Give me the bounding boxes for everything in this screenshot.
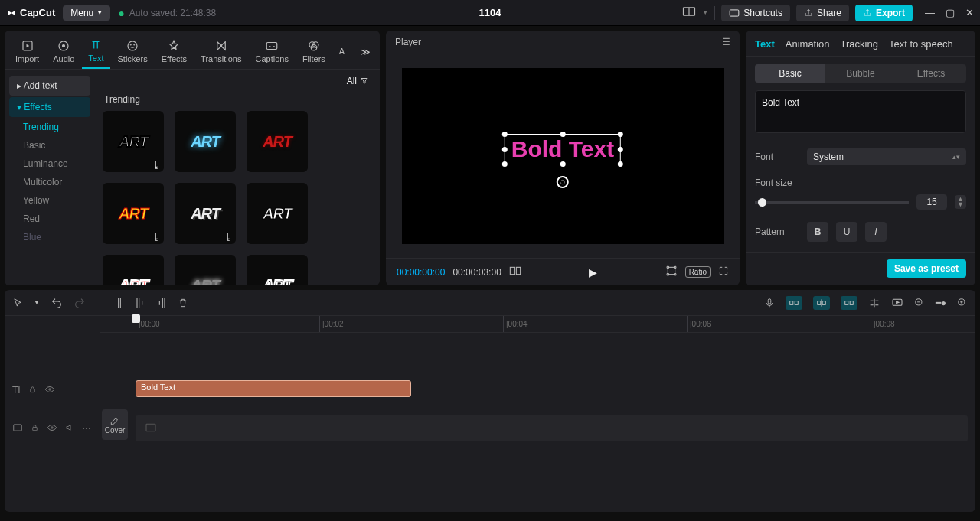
- layout-icon[interactable]: [682, 6, 696, 19]
- magnet-3-button[interactable]: [841, 296, 858, 310]
- resize-handle[interactable]: [502, 132, 508, 137]
- sidebar-yellow[interactable]: Yellow: [9, 192, 90, 209]
- ratio-button[interactable]: Ratio: [685, 266, 710, 278]
- subtab-basic[interactable]: Basic: [755, 64, 825, 83]
- resize-handle[interactable]: [618, 161, 623, 167]
- font-select[interactable]: System ▴▾: [807, 148, 966, 165]
- tab-import[interactable]: Import: [9, 36, 45, 68]
- magnet-2-button[interactable]: [813, 296, 830, 310]
- export-button[interactable]: Export: [855, 5, 913, 21]
- lock-icon[interactable]: [28, 385, 37, 396]
- fullscreen-icon[interactable]: [718, 265, 729, 278]
- zoom-out-button[interactable]: [914, 298, 925, 308]
- crop-icon[interactable]: [665, 265, 678, 279]
- zoom-in-button[interactable]: [957, 298, 968, 308]
- bold-button[interactable]: B: [807, 222, 828, 242]
- tab-stickers[interactable]: Stickers: [112, 36, 154, 68]
- minimize-button[interactable]: —: [925, 7, 935, 18]
- close-button[interactable]: ✕: [965, 7, 974, 18]
- underline-button[interactable]: U: [836, 222, 858, 242]
- align-button[interactable]: [868, 298, 880, 308]
- preset-thumb[interactable]: ART: [175, 255, 236, 285]
- preset-thumb[interactable]: ART: [247, 111, 308, 172]
- share-button[interactable]: Share: [796, 5, 849, 21]
- italic-button[interactable]: I: [865, 222, 887, 242]
- sidebar-red[interactable]: Red: [9, 210, 90, 227]
- check-icon: ●: [118, 7, 124, 19]
- tool-dropdown[interactable]: ▼: [34, 299, 40, 306]
- filter-all-button[interactable]: All: [347, 76, 369, 86]
- split-left-button[interactable]: [135, 297, 145, 309]
- visibility-icon[interactable]: [44, 385, 55, 396]
- play-button[interactable]: ▶: [589, 266, 597, 278]
- timeline-ruler[interactable]: |00:00 |00:02 |00:04 |00:06 |00:08: [100, 316, 975, 333]
- sidebar-trending[interactable]: Trending: [9, 119, 90, 135]
- undo-button[interactable]: [51, 297, 63, 309]
- sidebar-luminance[interactable]: Luminance: [9, 155, 90, 172]
- preset-thumb[interactable]: ART⭳: [103, 183, 164, 244]
- sidebar-effects[interactable]: ▾ Effects: [9, 97, 90, 117]
- delete-button[interactable]: [178, 297, 188, 309]
- split-button[interactable]: [115, 297, 124, 309]
- split-right-button[interactable]: [156, 297, 167, 309]
- preset-thumb[interactable]: ART: [247, 183, 308, 244]
- sidebar-multicolor[interactable]: Multicolor: [9, 174, 90, 190]
- redo-button[interactable]: [74, 297, 86, 309]
- player-menu-button[interactable]: ☰: [722, 37, 730, 47]
- resize-handle[interactable]: [502, 147, 508, 152]
- preview-button[interactable]: [891, 298, 903, 308]
- tab-audio[interactable]: Audio: [47, 36, 80, 68]
- resize-handle[interactable]: [560, 161, 566, 167]
- sidebar-basic[interactable]: Basic: [9, 137, 90, 154]
- lock-icon[interactable]: [31, 423, 39, 435]
- canvas-text-selection[interactable]: Bold Text: [505, 134, 621, 164]
- timeline-tracks[interactable]: Cover Bold Text: [100, 333, 975, 512]
- menu-button[interactable]: Menu ▼: [63, 5, 110, 21]
- mute-icon[interactable]: [65, 423, 74, 435]
- text-content-input[interactable]: Bold Text: [755, 90, 966, 133]
- preset-thumb[interactable]: ART⭳: [103, 111, 164, 172]
- fontsize-slider[interactable]: [755, 201, 909, 204]
- pointer-tool[interactable]: [12, 298, 23, 308]
- compare-icon[interactable]: [509, 265, 521, 278]
- magnet-1-button[interactable]: [786, 296, 802, 310]
- preset-thumb[interactable]: ART: [103, 255, 164, 285]
- sidebar-blue[interactable]: Blue: [9, 229, 90, 246]
- shortcuts-button[interactable]: Shortcuts: [721, 5, 790, 21]
- save-preset-button[interactable]: Save as preset: [887, 259, 966, 278]
- insp-tab-tts[interactable]: Text to speech: [889, 38, 953, 50]
- preset-thumb[interactable]: ART: [247, 255, 308, 285]
- chevron-down-icon[interactable]: ▼: [702, 9, 708, 16]
- visibility-icon[interactable]: [47, 423, 57, 434]
- rotate-handle[interactable]: [557, 176, 569, 188]
- mic-button[interactable]: [764, 297, 775, 309]
- sidebar-add-text[interactable]: ▸ Add text: [9, 76, 90, 96]
- insp-tab-tracking[interactable]: Tracking: [841, 38, 878, 50]
- resize-handle[interactable]: [502, 161, 508, 167]
- resize-handle[interactable]: [618, 147, 623, 152]
- tab-effects[interactable]: Effects: [155, 36, 193, 68]
- resize-handle[interactable]: [618, 132, 623, 137]
- preset-thumb[interactable]: ART⭳: [175, 183, 236, 244]
- insp-tab-text[interactable]: Text: [755, 38, 775, 50]
- tab-text[interactable]: Text: [82, 35, 109, 69]
- text-clip[interactable]: Bold Text: [136, 380, 411, 397]
- tab-adjust[interactable]: A: [333, 44, 351, 60]
- track-more-icon[interactable]: ⋯: [82, 423, 91, 434]
- main-video-track[interactable]: [136, 415, 968, 441]
- tab-filters[interactable]: Filters: [296, 36, 332, 68]
- slider-knob[interactable]: [758, 198, 766, 207]
- insp-tab-animation[interactable]: Animation: [786, 38, 830, 50]
- player-canvas[interactable]: Bold Text: [402, 68, 724, 244]
- cover-button[interactable]: Cover: [102, 409, 128, 440]
- zoom-slider[interactable]: ━●: [936, 298, 946, 308]
- subtab-bubble[interactable]: Bubble: [825, 64, 896, 83]
- tab-transitions[interactable]: Transitions: [194, 36, 247, 68]
- subtab-effects[interactable]: Effects: [896, 64, 966, 83]
- tabs-more-button[interactable]: ≫: [356, 42, 375, 62]
- fontsize-value[interactable]: 15: [916, 194, 947, 210]
- fontsize-stepper[interactable]: ▲▼: [955, 195, 966, 209]
- preset-thumb[interactable]: ART: [175, 111, 236, 172]
- tab-captions[interactable]: Captions: [249, 36, 294, 68]
- maximize-button[interactable]: ▢: [946, 7, 955, 18]
